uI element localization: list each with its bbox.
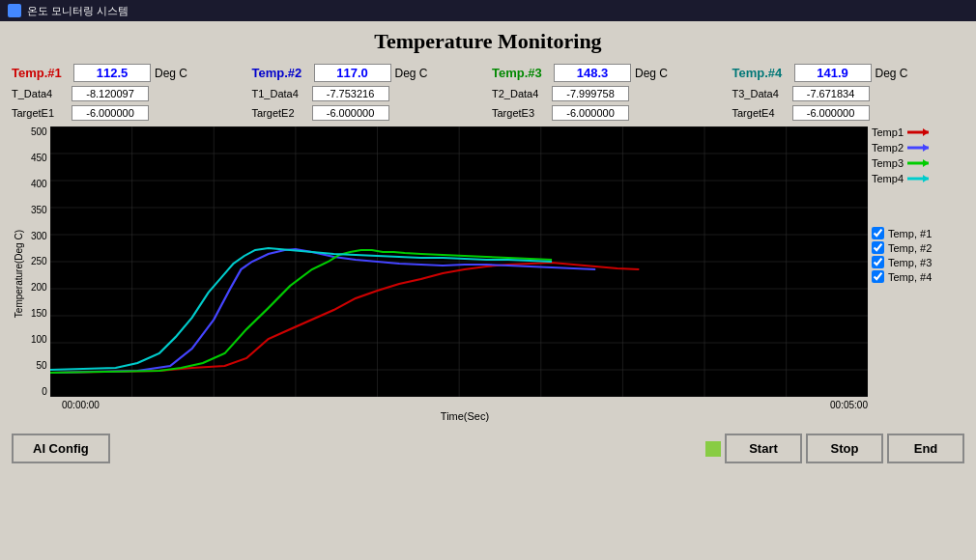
check-1[interactable]: Temp, #1 [872,227,964,239]
sensor-value-2[interactable] [314,64,391,82]
checkbox-3[interactable] [872,256,884,268]
legend-checks: Temp, #1 Temp, #2 Temp, #3 Temp, #4 [872,227,964,283]
legend-item-2: Temp2 [872,142,964,154]
data-value-2a[interactable] [312,86,389,101]
data-value-3b[interactable] [552,105,629,121]
y-ticks: 500450400350300 250200150100500 [31,126,50,397]
checkbox-4[interactable] [872,270,884,283]
check-label-3: Temp, #3 [888,257,932,268]
legend-area: Temp1 Temp2 Temp3 Temp4 [868,126,964,422]
legend-label-4: Temp4 [872,173,904,184]
x-axis-label: Time(Sec) [62,410,868,422]
legend-top: Temp1 Temp2 Temp3 Temp4 [872,126,964,184]
data-value-4b[interactable] [792,105,870,121]
data-row-1a: T_Data4 [12,86,244,101]
sensor-top-2: Temp.#2 Deg C [252,64,485,82]
temp4-line [50,248,552,370]
sensor-top-3: Temp.#3 Deg C [492,64,725,82]
bottom-bar: AI Config Start Stop End [12,430,964,467]
svg-marker-25 [923,144,929,152]
data-label-3b: TargetE3 [492,107,548,119]
control-buttons: Start Stop End [705,434,964,463]
data-label-2b: TargetE2 [252,107,308,119]
data-row-4b: TargetE4 [732,105,965,121]
data-label-3a: T2_Data4 [492,88,548,99]
legend-item-4: Temp4 [872,173,964,184]
legend-label-2: Temp2 [872,142,904,154]
sensor-group-1: Temp.#1 Deg C T_Data4 TargetE1 [12,64,244,121]
y-axis-label: Temperature(Deg C) [12,230,26,318]
sensor-group-2: Temp.#2 Deg C T1_Data4 TargetE2 [252,64,485,121]
data-label-2a: T1_Data4 [252,88,308,99]
data-label-4a: T3_Data4 [732,88,789,99]
sensor-value-3[interactable] [554,64,631,82]
svg-marker-27 [923,159,929,167]
end-button[interactable]: End [887,434,964,463]
legend-color-1 [907,126,929,138]
sensor-value-4[interactable] [794,64,872,82]
data-value-2b[interactable] [312,105,389,121]
sensor-label-3: Temp.#3 [492,66,550,80]
stop-button[interactable]: Stop [806,434,883,463]
sensor-value-1[interactable] [73,64,151,82]
checkbox-1[interactable] [872,227,884,239]
start-button[interactable]: Start [725,434,802,463]
ai-config-button[interactable]: AI Config [12,434,110,463]
sensor-label-1: Temp.#1 [12,66,70,80]
main-content: Temperature Monitoring Temp.#1 Deg C T_D… [0,21,976,560]
legend-color-3 [907,157,929,169]
data-value-1b[interactable] [72,105,149,121]
legend-color-4 [907,173,929,184]
data-row-2b: TargetE2 [252,105,485,121]
data-row-1b: TargetE1 [12,105,244,121]
start-btn-wrapper: Start [705,434,802,463]
data-row-3a: T2_Data4 [492,86,725,101]
svg-marker-29 [923,175,929,182]
check-label-1: Temp, #1 [888,228,932,239]
sensor-group-4: Temp.#4 Deg C T3_Data4 TargetE4 [732,64,965,121]
check-2[interactable]: Temp, #2 [872,241,964,254]
legend-item-3: Temp3 [872,157,964,169]
sensor-label-2: Temp.#2 [252,66,310,80]
legend-item-1: Temp1 [872,126,964,138]
checkbox-2[interactable] [872,241,884,254]
sensor-unit-2: Deg C [395,67,428,80]
sensor-row: Temp.#1 Deg C T_Data4 TargetE1 Temp.#2 D… [12,64,964,121]
title-bar-label: 온도 모니터링 시스템 [27,4,129,18]
svg-marker-23 [923,128,929,136]
data-value-4a[interactable] [792,86,870,101]
check-label-4: Temp, #4 [888,271,932,283]
sensor-group-3: Temp.#3 Deg C T2_Data4 TargetE3 [492,64,725,121]
check-3[interactable]: Temp, #3 [872,256,964,268]
sensor-unit-4: Deg C [876,67,908,80]
check-4[interactable]: Temp, #4 [872,270,964,283]
page-title: Temperature Monitoring [12,29,964,54]
sensor-unit-3: Deg C [635,67,668,80]
data-value-1a[interactable] [72,86,149,101]
sensor-label-4: Temp.#4 [732,66,790,80]
data-label-1b: TargetE1 [12,107,68,119]
legend-label-3: Temp3 [872,157,904,169]
x-ticks: 00:00:00 00:05:00 [62,400,868,410]
sensor-top-4: Temp.#4 Deg C [732,64,965,82]
check-label-2: Temp, #2 [888,242,932,254]
chart-svg [50,126,868,397]
sensor-unit-1: Deg C [155,67,187,80]
data-row-2a: T1_Data4 [252,86,485,101]
app-icon [8,4,21,17]
start-indicator [705,441,721,457]
legend-label-1: Temp1 [872,126,904,138]
temp1-line [50,263,639,373]
data-value-3a[interactable] [552,86,629,101]
data-row-4a: T3_Data4 [732,86,965,101]
data-row-3b: TargetE3 [492,105,725,121]
data-label-1a: T_Data4 [12,88,68,99]
data-label-4b: TargetE4 [732,107,789,119]
sensor-top-1: Temp.#1 Deg C [12,64,244,82]
legend-color-2 [907,142,929,154]
title-bar: 온도 모니터링 시스템 [0,0,976,21]
